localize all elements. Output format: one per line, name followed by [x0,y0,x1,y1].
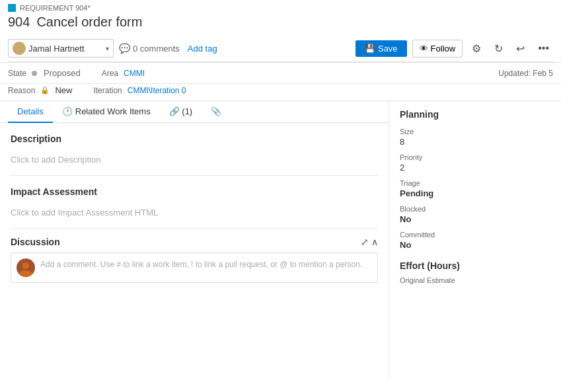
state-value[interactable]: Proposed [44,68,81,78]
description-placeholder[interactable]: Click to add Description [11,149,378,170]
comments-count: 0 comments [133,44,180,54]
expand-icon[interactable]: ⤢ [361,237,369,247]
discussion-controls: ⤢ ∧ [361,237,378,247]
iteration-field: Iteration CMMI\Iteration 0 [93,86,186,95]
original-estimate-field: Original Estimate [400,276,550,284]
area-value[interactable]: CMMI [124,69,145,78]
iteration-label: Iteration [93,86,122,95]
state-field: State Proposed [8,68,81,78]
committed-label: Committed [400,231,550,239]
save-icon: 💾 [365,44,375,54]
refresh-button[interactable]: ↻ [490,40,507,58]
right-panel: Planning Size 8 Priority 2 Triage Pendin… [389,101,561,381]
work-item-title[interactable]: Cancel order form [36,15,142,30]
add-tag-button[interactable]: Add tag [188,44,217,54]
history-icon: 🕐 [62,106,73,116]
more-options-button[interactable]: ••• [534,40,553,57]
meta-bar: State Proposed Area CMMI Updated: Feb 5 [0,63,561,84]
size-value[interactable]: 8 [400,137,550,147]
triage-label: Triage [400,179,550,187]
follow-icon: 👁 [420,44,428,54]
discussion-title: Discussion [11,237,60,247]
reason-field: Reason 🔒 New [8,85,72,95]
description-title: Description [11,134,378,144]
tab-details[interactable]: Details [8,101,53,123]
committed-field: Committed No [400,231,550,250]
comment-box: Add a comment. Use # to link a work item… [11,253,378,283]
iteration-value[interactable]: CMMI\Iteration 0 [128,86,186,95]
assignee-avatar [13,42,26,55]
link-icon: 🔗 [169,106,180,116]
collapse-icon[interactable]: ∧ [371,237,378,247]
assignee-name: Jamal Hartnett [28,44,103,54]
follow-label: Follow [431,44,456,54]
state-dot [32,71,37,76]
tab-links-label: (1) [182,106,192,116]
blocked-field: Blocked No [400,205,550,224]
work-item-type-label: REQUIREMENT 904* [20,4,91,12]
svg-point-2 [22,262,29,269]
tab-details-label: Details [17,106,44,116]
discussion-header: Discussion ⤢ ∧ [0,229,389,253]
tabs: Details 🕐 Related Work Items 🔗 (1) 📎 [0,101,389,123]
triage-field: Triage Pending [400,179,550,198]
meta-bar-2: Reason 🔒 New Iteration CMMI\Iteration 0 [0,84,561,101]
work-item-title-row: 904 Cancel order form [8,15,553,30]
impact-title: Impact Assessment [11,186,378,197]
settings-button[interactable]: ⚙ [468,40,485,58]
svg-point-0 [17,44,22,50]
attachment-icon: 📎 [211,106,221,116]
tab-attachments[interactable]: 📎 [202,101,231,123]
updated-timestamp: Updated: Feb 5 [498,69,553,78]
impact-placeholder[interactable]: Click to add Impact Assessment HTML [11,202,378,223]
impact-section: Impact Assessment Click to add Impact As… [0,176,389,228]
description-section: Description Click to add Description [0,123,389,175]
size-field: Size 8 [400,128,550,147]
priority-value[interactable]: 2 [400,163,550,173]
blocked-value[interactable]: No [400,214,550,224]
planning-title: Planning [400,109,550,120]
comments-button[interactable]: 💬 0 comments [119,43,180,54]
tab-links[interactable]: 🔗 (1) [160,101,202,123]
undo-button[interactable]: ↩ [512,40,529,58]
assignee-dropdown[interactable]: Jamal Hartnett ▾ [8,39,114,58]
committed-value[interactable]: No [400,240,550,250]
follow-button[interactable]: 👁 Follow [412,40,463,58]
lock-icon: 🔒 [40,86,50,95]
state-label: State [8,69,26,78]
left-panel: Details 🕐 Related Work Items 🔗 (1) 📎 Des… [0,101,389,381]
area-field: Area CMMI [102,69,145,78]
content-area: Details 🕐 Related Work Items 🔗 (1) 📎 Des… [0,101,561,381]
reason-value[interactable]: New [55,85,72,95]
chevron-down-icon: ▾ [106,45,109,52]
toolbar: Jamal Hartnett ▾ 💬 0 comments Add tag 💾 … [8,35,553,62]
area-label: Area [102,69,118,78]
effort-title: Effort (Hours) [400,260,550,271]
size-label: Size [400,128,550,136]
triage-value[interactable]: Pending [400,188,550,198]
save-label: Save [378,44,398,54]
svg-point-3 [19,270,32,277]
svg-point-1 [15,50,24,55]
priority-field: Priority 2 [400,153,550,173]
blocked-label: Blocked [400,205,550,213]
save-button[interactable]: 💾 Save [355,40,407,57]
comment-input[interactable]: Add a comment. Use # to link a work item… [40,258,372,270]
requirement-icon [8,4,16,12]
tab-related-work-items[interactable]: 🕐 Related Work Items [53,101,160,123]
reason-label: Reason [8,86,35,95]
original-estimate-label: Original Estimate [400,276,550,284]
work-item-type: REQUIREMENT 904* [8,4,553,12]
user-avatar [17,258,35,277]
comment-icon: 💬 [119,43,130,54]
priority-label: Priority [400,153,550,161]
tab-related-label: Related Work Items [75,106,151,116]
work-item-number: 904 [8,15,30,30]
